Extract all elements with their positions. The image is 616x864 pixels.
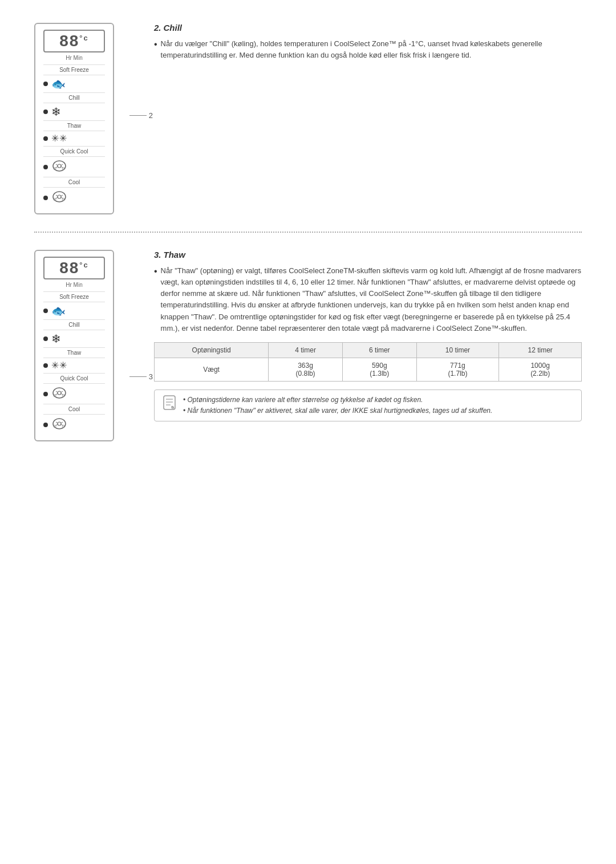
note-line-2: • Når funktionen "Thaw" er aktiveret, sk… bbox=[183, 405, 492, 416]
panel-soft-freeze-label: Soft Freeze bbox=[43, 64, 105, 75]
fan2-icon: ⚙ ⚙ bbox=[51, 189, 67, 206]
note-icon bbox=[161, 395, 177, 413]
thaw-table: Optøningstid 4 timer 6 timer 10 timer 12… bbox=[154, 342, 582, 382]
table-cell-label: Vægt bbox=[155, 358, 269, 381]
panel-chill-label-row: Chill bbox=[43, 92, 105, 103]
bullet-snowflake-t bbox=[43, 336, 48, 341]
thaw-label: Thaw bbox=[43, 123, 105, 129]
panel-cool-label-row-t: Cool bbox=[43, 404, 105, 414]
svg-text:⚙: ⚙ bbox=[53, 394, 56, 397]
page: 88°c Hr Min Soft Freeze 🐟 Chill bbox=[0, 0, 616, 481]
panel-hrmin: Hr Min bbox=[43, 55, 105, 61]
svg-line-2 bbox=[56, 164, 58, 165]
arrow-label-chill: 2 bbox=[129, 111, 153, 120]
panel-fish-row: 🐟 bbox=[43, 75, 105, 92]
panel-chill-label-row-t: Chill bbox=[43, 319, 105, 330]
panel-quickcool-label-row-t: Quick Cool bbox=[43, 373, 105, 383]
panel-thaw: 88°c Hr Min Soft Freeze 🐟 Chill ❄ bbox=[34, 250, 114, 441]
panel-container-chill: 88°c Hr Min Soft Freeze 🐟 Chill bbox=[34, 23, 131, 214]
bullet-snowflake bbox=[43, 109, 48, 114]
section-title-chill: 2.Chill bbox=[154, 23, 582, 33]
svg-line-3 bbox=[61, 164, 63, 165]
svg-line-26 bbox=[56, 422, 58, 423]
svg-point-25 bbox=[58, 422, 61, 425]
chill-label: Chill bbox=[43, 95, 105, 101]
snowflake-icon-t: ❄ bbox=[51, 332, 61, 346]
thaw-body: Når "Thaw" (optøning) er valgt, tilføres… bbox=[161, 265, 582, 334]
fan2-icon-t: ⚙ ⚙ bbox=[51, 416, 67, 433]
display-deg-thaw: °c bbox=[79, 261, 88, 269]
chill-bullet-dot: • bbox=[154, 38, 157, 61]
table-header-row: Optøningstid 4 timer 6 timer 10 timer 12… bbox=[155, 342, 582, 358]
display-deg: °c bbox=[79, 34, 88, 42]
svg-text:⚙: ⚙ bbox=[53, 424, 56, 428]
panel-quickcool-label-row: Quick Cool bbox=[43, 146, 105, 156]
panel-fan1-row-t: ⚙ ⚙ bbox=[43, 383, 105, 404]
svg-text:⚙: ⚙ bbox=[62, 167, 65, 171]
panel-thaw-label-row: Thaw bbox=[43, 120, 105, 131]
panel-snowflake-row: ❄ bbox=[43, 103, 105, 120]
svg-text:⚙: ⚙ bbox=[53, 197, 56, 201]
arrow-number-thaw: 3 bbox=[149, 372, 153, 381]
fish-icon-t: 🐟 bbox=[51, 304, 66, 318]
fan1-icon-t: ⚙ ⚙ bbox=[51, 386, 67, 402]
svg-line-10 bbox=[56, 195, 58, 196]
arrow-line-thaw bbox=[129, 376, 147, 377]
arrow-number-chill: 2 bbox=[149, 111, 153, 120]
svg-text:⚙: ⚙ bbox=[62, 424, 65, 428]
section-name-chill: Chill bbox=[164, 23, 183, 33]
arrow-label-thaw: 3 bbox=[129, 372, 153, 381]
svg-line-11 bbox=[61, 195, 63, 196]
table-header-3: 10 timer bbox=[416, 342, 499, 358]
panel-fan2-row-t: ⚙ ⚙ bbox=[43, 414, 105, 435]
bullet-fan2-t bbox=[43, 423, 48, 427]
display-number: 88 bbox=[59, 32, 79, 50]
table-header-2: 6 timer bbox=[342, 342, 416, 358]
panel-display-thaw: 88°c bbox=[43, 257, 105, 279]
panel-stars-row-t: ✳✳ bbox=[43, 358, 105, 373]
panel-soft-freeze-label-t: Soft Freeze bbox=[43, 291, 105, 302]
table-header-4: 12 timer bbox=[499, 342, 582, 358]
section-num-chill: 2. bbox=[154, 23, 161, 33]
note-box: • Optøningstiderne kan variere alt efter… bbox=[154, 390, 582, 421]
svg-line-19 bbox=[61, 391, 63, 392]
svg-point-9 bbox=[58, 195, 61, 198]
svg-point-17 bbox=[58, 391, 61, 395]
svg-text:⚙: ⚙ bbox=[62, 394, 65, 397]
panel-fish-row-t: 🐟 bbox=[43, 302, 105, 319]
section-title-thaw: 3.Thaw bbox=[154, 250, 582, 259]
bullet-stars-t bbox=[43, 363, 48, 368]
panel-stars-row: ✳✳ bbox=[43, 131, 105, 146]
table-cell-4h: 363g (0.8lb) bbox=[269, 358, 343, 381]
display-number-thaw: 88 bbox=[59, 259, 79, 277]
bullet-fan1 bbox=[43, 165, 48, 169]
svg-line-18 bbox=[56, 391, 58, 392]
table-row: Vægt 363g (0.8lb) 590g (1.3lb) 771g (1.7… bbox=[155, 358, 582, 381]
bullet-fish bbox=[43, 82, 48, 86]
panel-snowflake-row-t: ❄ bbox=[43, 330, 105, 347]
thaw-bullet-dot: • bbox=[154, 265, 157, 334]
bullet-stars bbox=[43, 136, 48, 141]
panel-hrmin-thaw: Hr Min bbox=[43, 282, 105, 288]
svg-text:⚙: ⚙ bbox=[62, 197, 65, 201]
chill-bullet-text: • Når du vælger "Chill" (køling), holdes… bbox=[154, 38, 582, 61]
fan1-icon: ⚙ ⚙ bbox=[51, 159, 67, 175]
note-line-1: • Optøningstiderne kan variere alt efter… bbox=[183, 395, 492, 405]
panel-fan1-row: ⚙ ⚙ bbox=[43, 156, 105, 177]
content-chill: 2.Chill • Når du vælger "Chill" (køling)… bbox=[154, 23, 582, 214]
panel-cool-label-row: Cool bbox=[43, 177, 105, 187]
panel-chill: 88°c Hr Min Soft Freeze 🐟 Chill bbox=[34, 23, 114, 214]
cool-label: Cool bbox=[43, 179, 105, 185]
section-thaw: 88°c Hr Min Soft Freeze 🐟 Chill ❄ bbox=[34, 250, 582, 441]
svg-line-27 bbox=[61, 422, 63, 423]
stars-icon: ✳✳ bbox=[51, 133, 67, 144]
snowflake-icon: ❄ bbox=[51, 105, 61, 119]
table-header-1: 4 timer bbox=[269, 342, 343, 358]
arrow-line-chill bbox=[129, 115, 147, 116]
panel-thaw-label-row-t: Thaw bbox=[43, 347, 105, 358]
section-name-thaw: Thaw bbox=[164, 250, 185, 259]
bullet-fan1-t bbox=[43, 392, 48, 396]
panel-container-thaw: 88°c Hr Min Soft Freeze 🐟 Chill ❄ bbox=[34, 250, 131, 441]
svg-text:⚙: ⚙ bbox=[53, 167, 56, 171]
soft-freeze-label: Soft Freeze bbox=[43, 67, 105, 73]
